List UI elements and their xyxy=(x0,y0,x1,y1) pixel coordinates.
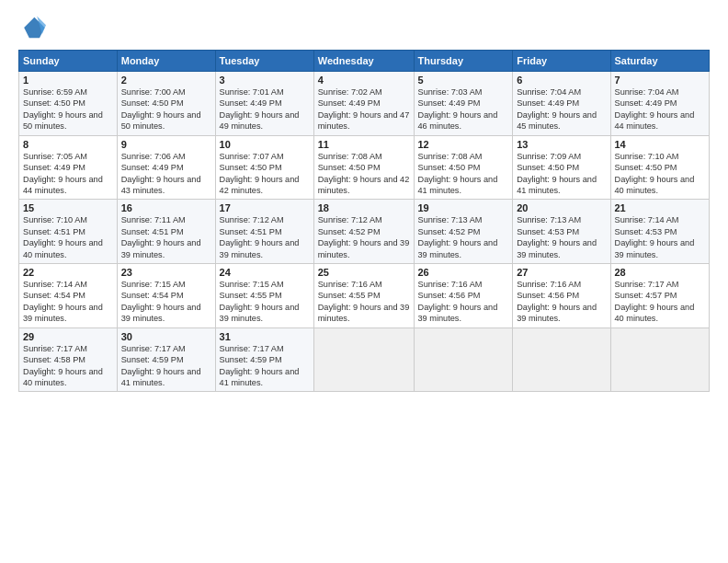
calendar-cell: 11Sunrise: 7:08 AMSunset: 4:50 PMDayligh… xyxy=(313,135,414,200)
day-info: Sunrise: 7:09 AMSunset: 4:50 PMDaylight:… xyxy=(517,151,606,197)
calendar-cell: 30Sunrise: 7:17 AMSunset: 4:59 PMDayligh… xyxy=(117,327,215,392)
day-info: Sunrise: 7:16 AMSunset: 4:56 PMDaylight:… xyxy=(517,279,606,325)
day-number: 23 xyxy=(121,267,211,278)
day-info: Sunrise: 7:17 AMSunset: 4:59 PMDaylight:… xyxy=(220,343,310,389)
day-number: 22 xyxy=(23,267,113,278)
day-info: Sunrise: 7:06 AMSunset: 4:49 PMDaylight:… xyxy=(121,151,211,197)
day-number: 30 xyxy=(121,331,211,342)
calendar-cell xyxy=(513,327,610,392)
day-number: 12 xyxy=(418,139,509,150)
day-info: Sunrise: 7:08 AMSunset: 4:50 PMDaylight:… xyxy=(318,151,410,197)
calendar: SundayMondayTuesdayWednesdayThursdayFrid… xyxy=(18,50,710,392)
calendar-cell xyxy=(610,327,710,392)
calendar-week-row: 15Sunrise: 7:10 AMSunset: 4:51 PMDayligh… xyxy=(19,200,710,264)
day-info: Sunrise: 7:04 AMSunset: 4:49 PMDaylight:… xyxy=(615,86,706,132)
header xyxy=(18,15,710,40)
day-info: Sunrise: 7:10 AMSunset: 4:50 PMDaylight:… xyxy=(615,151,706,197)
day-info: Sunrise: 7:17 AMSunset: 4:59 PMDaylight:… xyxy=(121,343,211,389)
calendar-week-row: 29Sunrise: 7:17 AMSunset: 4:58 PMDayligh… xyxy=(19,327,710,392)
day-number: 7 xyxy=(615,75,706,86)
day-info: Sunrise: 7:03 AMSunset: 4:49 PMDaylight:… xyxy=(418,86,509,132)
calendar-cell: 13Sunrise: 7:09 AMSunset: 4:50 PMDayligh… xyxy=(513,135,610,200)
calendar-cell: 31Sunrise: 7:17 AMSunset: 4:59 PMDayligh… xyxy=(215,327,313,392)
calendar-cell: 14Sunrise: 7:10 AMSunset: 4:50 PMDayligh… xyxy=(610,135,710,200)
day-number: 13 xyxy=(517,139,606,150)
day-number: 3 xyxy=(220,75,310,86)
calendar-cell: 10Sunrise: 7:07 AMSunset: 4:50 PMDayligh… xyxy=(215,135,313,200)
calendar-header: SundayMondayTuesdayWednesdayThursdayFrid… xyxy=(19,51,710,72)
weekday-header: Wednesday xyxy=(313,51,414,72)
calendar-cell: 17Sunrise: 7:12 AMSunset: 4:51 PMDayligh… xyxy=(215,200,313,264)
weekday-header: Tuesday xyxy=(215,51,313,72)
day-number: 1 xyxy=(23,75,113,86)
weekday-header: Friday xyxy=(513,51,610,72)
calendar-cell: 12Sunrise: 7:08 AMSunset: 4:50 PMDayligh… xyxy=(414,135,513,200)
calendar-cell: 29Sunrise: 7:17 AMSunset: 4:58 PMDayligh… xyxy=(19,327,118,392)
day-info: Sunrise: 7:13 AMSunset: 4:52 PMDaylight:… xyxy=(418,214,509,260)
day-number: 8 xyxy=(23,139,113,150)
day-number: 14 xyxy=(615,139,706,150)
weekday-header: Thursday xyxy=(414,51,513,72)
day-info: Sunrise: 6:59 AMSunset: 4:50 PMDaylight:… xyxy=(23,86,113,132)
calendar-cell: 26Sunrise: 7:16 AMSunset: 4:56 PMDayligh… xyxy=(414,264,513,328)
day-number: 18 xyxy=(318,202,410,213)
day-number: 28 xyxy=(615,267,706,278)
day-number: 16 xyxy=(121,202,211,213)
calendar-cell: 5Sunrise: 7:03 AMSunset: 4:49 PMDaylight… xyxy=(414,72,513,136)
day-number: 6 xyxy=(517,75,606,86)
day-number: 31 xyxy=(220,331,310,342)
calendar-cell: 2Sunrise: 7:00 AMSunset: 4:50 PMDaylight… xyxy=(117,72,215,136)
day-number: 2 xyxy=(121,75,211,86)
calendar-cell xyxy=(313,327,414,392)
calendar-cell: 24Sunrise: 7:15 AMSunset: 4:55 PMDayligh… xyxy=(215,264,313,328)
calendar-cell: 23Sunrise: 7:15 AMSunset: 4:54 PMDayligh… xyxy=(117,264,215,328)
calendar-cell: 1Sunrise: 6:59 AMSunset: 4:50 PMDaylight… xyxy=(19,72,118,136)
day-info: Sunrise: 7:05 AMSunset: 4:49 PMDaylight:… xyxy=(23,151,113,197)
day-number: 5 xyxy=(418,75,509,86)
day-info: Sunrise: 7:12 AMSunset: 4:51 PMDaylight:… xyxy=(220,214,310,260)
day-info: Sunrise: 7:01 AMSunset: 4:49 PMDaylight:… xyxy=(220,86,310,132)
day-info: Sunrise: 7:08 AMSunset: 4:50 PMDaylight:… xyxy=(418,151,509,197)
day-info: Sunrise: 7:16 AMSunset: 4:56 PMDaylight:… xyxy=(418,279,509,325)
calendar-week-row: 22Sunrise: 7:14 AMSunset: 4:54 PMDayligh… xyxy=(19,264,710,328)
day-number: 10 xyxy=(220,139,310,150)
day-info: Sunrise: 7:16 AMSunset: 4:55 PMDaylight:… xyxy=(318,279,410,325)
logo-icon xyxy=(20,15,46,40)
calendar-cell: 20Sunrise: 7:13 AMSunset: 4:53 PMDayligh… xyxy=(513,200,610,264)
day-info: Sunrise: 7:00 AMSunset: 4:50 PMDaylight:… xyxy=(121,86,211,132)
day-number: 21 xyxy=(615,202,706,213)
calendar-week-row: 8Sunrise: 7:05 AMSunset: 4:49 PMDaylight… xyxy=(19,135,710,200)
page: SundayMondayTuesdayWednesdayThursdayFrid… xyxy=(0,0,728,563)
day-info: Sunrise: 7:15 AMSunset: 4:55 PMDaylight:… xyxy=(220,279,310,325)
day-number: 9 xyxy=(121,139,211,150)
day-number: 29 xyxy=(23,331,113,342)
day-number: 27 xyxy=(517,267,606,278)
day-info: Sunrise: 7:12 AMSunset: 4:52 PMDaylight:… xyxy=(318,214,410,260)
weekday-header: Monday xyxy=(117,51,215,72)
day-number: 24 xyxy=(220,267,310,278)
calendar-cell: 9Sunrise: 7:06 AMSunset: 4:49 PMDaylight… xyxy=(117,135,215,200)
calendar-cell: 15Sunrise: 7:10 AMSunset: 4:51 PMDayligh… xyxy=(19,200,118,264)
calendar-cell: 19Sunrise: 7:13 AMSunset: 4:52 PMDayligh… xyxy=(414,200,513,264)
day-number: 25 xyxy=(318,267,410,278)
day-info: Sunrise: 7:17 AMSunset: 4:57 PMDaylight:… xyxy=(615,279,706,325)
day-number: 20 xyxy=(517,202,606,213)
calendar-cell: 8Sunrise: 7:05 AMSunset: 4:49 PMDaylight… xyxy=(19,135,118,200)
calendar-cell: 16Sunrise: 7:11 AMSunset: 4:51 PMDayligh… xyxy=(117,200,215,264)
weekday-header: Sunday xyxy=(19,51,118,72)
day-number: 19 xyxy=(418,202,509,213)
day-info: Sunrise: 7:11 AMSunset: 4:51 PMDaylight:… xyxy=(121,214,211,260)
header-row: SundayMondayTuesdayWednesdayThursdayFrid… xyxy=(19,51,710,72)
calendar-cell: 18Sunrise: 7:12 AMSunset: 4:52 PMDayligh… xyxy=(313,200,414,264)
calendar-cell: 4Sunrise: 7:02 AMSunset: 4:49 PMDaylight… xyxy=(313,72,414,136)
day-info: Sunrise: 7:02 AMSunset: 4:49 PMDaylight:… xyxy=(318,86,410,132)
calendar-cell: 21Sunrise: 7:14 AMSunset: 4:53 PMDayligh… xyxy=(610,200,710,264)
day-info: Sunrise: 7:14 AMSunset: 4:54 PMDaylight:… xyxy=(23,279,113,325)
logo xyxy=(18,15,46,40)
day-info: Sunrise: 7:13 AMSunset: 4:53 PMDaylight:… xyxy=(517,214,606,260)
calendar-cell: 27Sunrise: 7:16 AMSunset: 4:56 PMDayligh… xyxy=(513,264,610,328)
day-info: Sunrise: 7:10 AMSunset: 4:51 PMDaylight:… xyxy=(23,214,113,260)
calendar-cell: 7Sunrise: 7:04 AMSunset: 4:49 PMDaylight… xyxy=(610,72,710,136)
calendar-cell: 28Sunrise: 7:17 AMSunset: 4:57 PMDayligh… xyxy=(610,264,710,328)
calendar-cell: 25Sunrise: 7:16 AMSunset: 4:55 PMDayligh… xyxy=(313,264,414,328)
